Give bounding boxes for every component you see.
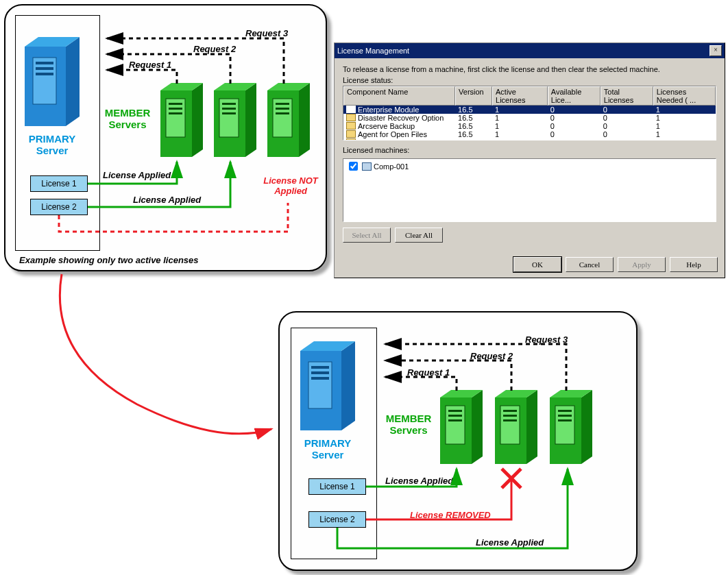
req1-bottom: Request 1 [407, 367, 450, 378]
machine-name: Comp-001 [374, 162, 409, 171]
cell-ver: 16.5 [455, 130, 492, 138]
svg-rect-30 [558, 415, 572, 417]
grid-row[interactable]: Arcserve Backup 16.51001 [343, 122, 716, 130]
member-server2-top [213, 81, 259, 163]
col-component[interactable]: Component Name [343, 86, 455, 106]
member-server1-bottom [439, 388, 485, 470]
member-label-top-l1: MEMBER [105, 107, 151, 119]
cell-tot: 0 [600, 122, 653, 130]
applied1-label-bottom: License Applied [385, 476, 453, 486]
svg-rect-26 [503, 415, 517, 417]
col-total[interactable]: Total Licenses [600, 86, 653, 106]
folder-icon [346, 130, 356, 138]
primary-server-bottom [299, 339, 356, 437]
licensed-machines-list[interactable]: Comp-001 [343, 158, 716, 222]
cell-need: 1 [653, 138, 716, 140]
help-button[interactable]: Help [670, 257, 718, 272]
req2-top: Request 2 [193, 44, 236, 54]
member-label-b-l2: Servers [389, 424, 427, 436]
clear-all-button[interactable]: Clear All [395, 228, 443, 243]
req3-bottom: Request 3 [525, 334, 568, 345]
svg-rect-27 [503, 419, 517, 421]
cell-tot: 0 [600, 114, 653, 122]
req3-top: Request 3 [245, 28, 288, 38]
machine-item[interactable]: Comp-001 [343, 160, 716, 173]
ok-button[interactable]: OK [513, 257, 561, 272]
cell-need: 1 [653, 122, 716, 130]
folder-icon [346, 106, 356, 113]
svg-rect-13 [276, 103, 289, 105]
col-needed[interactable]: Licenses Needed ( ... [653, 86, 716, 106]
license1-chip-top: License 1 [30, 175, 88, 192]
cell-act: 1 [492, 114, 548, 122]
applied2-label-top: License Applied [133, 195, 201, 205]
primary-label-top-l2: Server [36, 145, 69, 156]
machine-checkbox[interactable] [349, 162, 358, 171]
svg-rect-1 [36, 62, 53, 64]
grid-row[interactable]: Enterprise Module 16.5 1 0 0 1 [343, 106, 716, 114]
cell-act: 1 [492, 122, 548, 130]
cell-tot: 0 [600, 138, 653, 140]
member-server1-top [159, 81, 206, 163]
cell-act: 1 [492, 130, 548, 138]
dialog-message: To release a license from a machine, fir… [335, 58, 725, 76]
cell-ver: 16.5 [455, 106, 492, 114]
svg-rect-15 [276, 112, 289, 114]
member-server3-bottom [548, 388, 595, 470]
primary-label-b-l2: Server [312, 449, 344, 461]
member-server3-top [266, 81, 313, 163]
cell-avail: 0 [548, 122, 600, 130]
select-all-button[interactable]: Select All [343, 228, 391, 243]
member-label-top-l2: Servers [108, 119, 146, 130]
member-label-top: MEMBER Servers [101, 107, 154, 131]
applied2-label-bottom: License Applied [476, 537, 544, 548]
svg-rect-9 [222, 103, 236, 105]
svg-rect-5 [169, 103, 182, 105]
cell-act: 1 [492, 138, 548, 140]
diagram-top-caption: Example showing only two active licenses [19, 255, 199, 265]
grid-row[interactable]: Tape Library Option 16.51001 [343, 138, 716, 140]
cell-avail: 0 [548, 138, 600, 140]
svg-rect-6 [169, 108, 182, 110]
folder-icon [346, 114, 356, 121]
svg-rect-11 [222, 112, 236, 114]
apply-button[interactable]: Apply [618, 257, 666, 272]
license-management-dialog: License Management × To release a licens… [334, 42, 725, 278]
primary-label-top: PRIMARY Server [26, 133, 78, 157]
license-status-label: License status: [335, 76, 725, 86]
cell-act: 1 [492, 106, 548, 114]
cell-avail: 0 [548, 106, 600, 114]
svg-rect-23 [448, 419, 462, 421]
svg-rect-14 [276, 108, 289, 110]
cell-avail: 0 [548, 114, 600, 122]
col-available[interactable]: Available Lice... [548, 86, 600, 106]
req2-bottom: Request 2 [470, 351, 513, 361]
grid-header: Component Name Version Active Licenses A… [343, 86, 716, 106]
primary-label-top-l1: PRIMARY [29, 133, 76, 145]
col-version[interactable]: Version [455, 86, 492, 106]
svg-rect-16 [308, 362, 332, 408]
cancel-button[interactable]: Cancel [566, 257, 614, 272]
grid-row[interactable]: Agent for Open Files 16.51001 [343, 130, 716, 138]
svg-rect-19 [311, 377, 329, 380]
svg-rect-10 [222, 108, 236, 110]
not-applied-label-top: License NOT Applied [259, 175, 322, 196]
cell-name: Tape Library Option [358, 138, 424, 140]
col-active[interactable]: Active Licenses [492, 86, 548, 106]
removed-label-bottom: License REMOVED [410, 510, 491, 520]
grid-row[interactable]: Disaster Recovery Option 16.51001 [343, 114, 716, 122]
cell-tot: 0 [600, 130, 653, 138]
primary-label-b-l1: PRIMARY [304, 437, 352, 449]
license-status-grid[interactable]: Component Name Version Active Licenses A… [343, 86, 716, 140]
svg-rect-21 [448, 410, 462, 412]
svg-rect-22 [448, 415, 462, 417]
license2-chip-top: License 2 [30, 199, 88, 215]
svg-rect-17 [311, 366, 329, 369]
cell-ver: 16.5 [455, 138, 492, 140]
svg-rect-0 [33, 58, 56, 104]
licensed-machines-label: Licensed machines: [335, 146, 725, 156]
svg-rect-18 [311, 371, 329, 374]
primary-label-bottom: PRIMARY Server [302, 437, 354, 461]
close-icon[interactable]: × [709, 45, 722, 56]
folder-icon [346, 138, 356, 140]
